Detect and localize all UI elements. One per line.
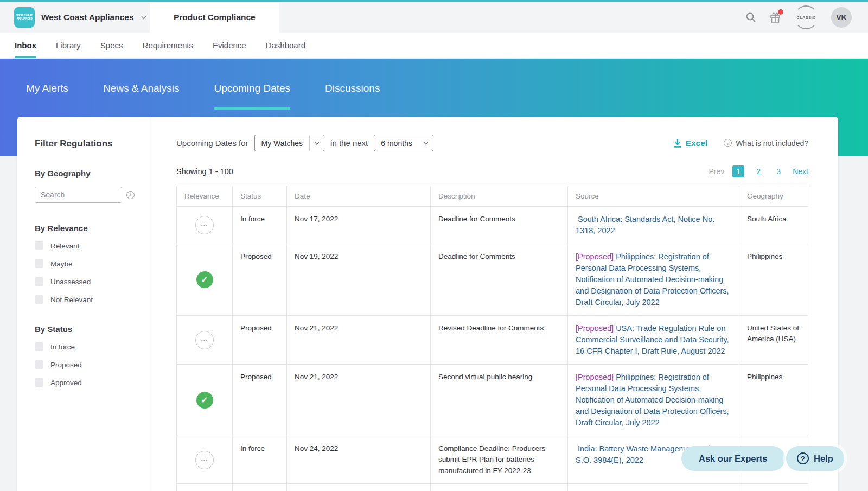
chevron-down-icon (314, 141, 320, 146)
nav-item-inbox[interactable]: Inbox (15, 33, 36, 58)
filter-status-title: By Status (35, 324, 135, 334)
filter-title: Filter Regulations (35, 138, 135, 149)
source-link[interactable]: South Africa: Standards Act, Notice No. … (576, 215, 714, 235)
description-cell: Revised Deadline for Comments (431, 316, 568, 365)
checkbox-maybe[interactable] (35, 259, 43, 268)
checkbox-label: Approved (50, 379, 82, 387)
upcoming-dates-panel: Upcoming Dates for My Watches in the nex… (148, 117, 838, 491)
description-cell: Deadline for Comments (431, 244, 568, 316)
relevant-check-icon[interactable]: ✓ (196, 392, 213, 409)
tab-upcoming-dates[interactable]: Upcoming Dates (214, 82, 290, 110)
pagination: Prev 1 2 3 Next (709, 165, 808, 177)
nav-label: Specs (100, 41, 123, 50)
checkbox-in-force[interactable] (35, 342, 43, 351)
app-root: WEST COAST APPLIANCES West Coast Applian… (0, 0, 868, 491)
source-status-prefix: [Proposed] (576, 324, 614, 333)
checkbox-relevant[interactable] (35, 241, 43, 250)
checkbox-approved[interactable] (35, 378, 43, 387)
pagination-page-1[interactable]: 1 (732, 165, 744, 177)
hero-tab-label: Discussions (325, 82, 380, 94)
source-cell: [Approved]Victoria (Australia): Dangerou… (568, 483, 739, 491)
ask-our-experts-button[interactable]: Ask our Experts (681, 446, 785, 471)
source-status-prefix: [Proposed] (576, 252, 614, 261)
pagination-next[interactable]: Next (793, 167, 808, 176)
tab-news-analysis[interactable]: News & Analysis (103, 82, 179, 110)
nav-label: Library (56, 41, 81, 50)
tab-my-alerts[interactable]: My Alerts (26, 82, 68, 110)
upcoming-dates-table: Relevance Status Date Description Source… (176, 186, 808, 491)
pagination-prev[interactable]: Prev (709, 167, 724, 176)
company-switcher[interactable]: WEST COAST APPLIANCES West Coast Applian… (0, 7, 147, 28)
geography-cell: Philippines (739, 365, 808, 436)
checkbox-label: Proposed (50, 361, 82, 369)
description-cell: Second virtual public hearing (431, 365, 568, 436)
whats-new-button[interactable] (769, 11, 781, 23)
checkbox-not-relevant[interactable] (35, 295, 43, 304)
nav-item-evidence[interactable]: Evidence (213, 33, 246, 58)
status-cell: In force (233, 436, 287, 484)
filter-option-maybe: Maybe (35, 259, 135, 268)
source-cell: [Proposed]USA: Trade Regulation Rule on … (568, 316, 739, 365)
help-label: Help (814, 454, 833, 464)
user-avatar[interactable]: VK (831, 7, 852, 28)
check-glyph: ✓ (201, 273, 208, 286)
company-name: West Coast Appliances (41, 12, 134, 22)
nav-item-requirements[interactable]: Requirements (143, 33, 193, 58)
help-button[interactable]: ? Help (786, 446, 844, 471)
date-cell: Nov 24, 2022 (287, 436, 431, 484)
select-arrow (419, 135, 433, 151)
filter-option-in-force: In force (35, 342, 135, 351)
nav-label: Evidence (213, 41, 246, 50)
pagination-page-3[interactable]: 3 (773, 165, 784, 177)
geography-search-input[interactable] (35, 187, 122, 203)
geography-cell: Philippines (739, 244, 808, 316)
filter-option-not-relevant: Not Relevant (35, 295, 135, 304)
excel-label: Excel (686, 138, 708, 148)
description-cell: Date of Entry into Force (431, 483, 568, 491)
relevance-unassessed-icon[interactable]: ... (195, 451, 214, 469)
range-select[interactable]: 6 months (374, 135, 433, 151)
excel-export-button[interactable]: Excel (673, 138, 708, 148)
watches-select[interactable]: My Watches (254, 135, 325, 151)
check-glyph: ✓ (201, 394, 208, 407)
filter-group-status: By Status In force Proposed Approved (35, 324, 135, 387)
filter-group-geography: By Geography i (35, 169, 135, 203)
tab-discussions[interactable]: Discussions (325, 82, 380, 110)
geography-cell: United States of America (USA) (739, 316, 808, 365)
relevance-unassessed-icon[interactable]: ... (195, 216, 214, 234)
nav-item-library[interactable]: Library (56, 33, 81, 58)
checkbox-proposed[interactable] (35, 360, 43, 369)
checkbox-label: Maybe (50, 260, 73, 268)
col-header-geography: Geography (739, 186, 808, 207)
nav-item-specs[interactable]: Specs (100, 33, 123, 58)
select-arrow (309, 135, 324, 151)
tab-product-compliance[interactable]: Product Compliance (150, 2, 279, 33)
not-included-label: What is not included? (736, 139, 808, 148)
inbox-section-tabs: My Alerts News & Analysis Upcoming Dates… (0, 59, 868, 110)
pagination-page-2[interactable]: 2 (752, 165, 764, 177)
company-logo: WEST COAST APPLIANCES (14, 7, 35, 28)
geography-cell: Victoria (Australia) (739, 483, 808, 491)
nav-item-dashboard[interactable]: Dashboard (266, 33, 305, 58)
status-cell: Proposed (233, 244, 287, 316)
what-is-not-included-link[interactable]: i What is not included? (724, 139, 808, 148)
relevance-unassessed-icon[interactable]: ... (195, 331, 214, 349)
date-cell: Nov 21, 2022 (287, 316, 431, 365)
geography-cell: South Africa (739, 207, 808, 244)
table-row: ...✓ Approved Nov 26, 2022 Date of Entry… (177, 483, 808, 491)
checkbox-unassessed[interactable] (35, 277, 43, 286)
info-glyph: i (727, 141, 729, 146)
nav-label: Requirements (143, 41, 193, 50)
relevant-check-icon[interactable]: ✓ (196, 271, 213, 288)
table-row: ...✓ Proposed Nov 21, 2022 Revised Deadl… (177, 316, 808, 365)
table-header-row: Relevance Status Date Description Source… (177, 186, 808, 207)
content-card: Filter Regulations By Geography i By Rel… (17, 117, 838, 491)
watches-select-value: My Watches (255, 135, 310, 151)
classic-mode-badge[interactable]: CLASSIC (794, 5, 818, 29)
table-row: ...✓ Proposed Nov 19, 2022 Deadline for … (177, 244, 808, 316)
checkbox-label: In force (50, 343, 75, 351)
results-meta-row: Showing 1 - 100 Prev 1 2 3 Next (176, 165, 808, 177)
description-cell: Deadline for Comments (431, 207, 568, 244)
geography-info-icon[interactable]: i (126, 191, 135, 199)
search-button[interactable] (745, 12, 756, 23)
